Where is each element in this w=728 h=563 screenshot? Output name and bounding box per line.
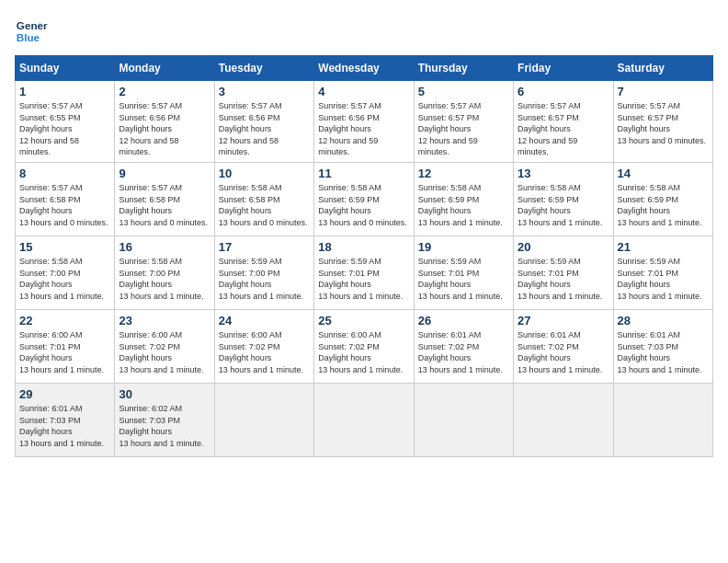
calendar-week-row: 8 Sunrise: 5:57 AMSunset: 6:58 PMDayligh… bbox=[16, 162, 713, 236]
day-detail: Sunrise: 6:00 AMSunset: 7:02 PMDaylight … bbox=[219, 330, 303, 374]
calendar-day-cell bbox=[414, 383, 513, 456]
calendar-day-cell: 4 Sunrise: 5:57 AMSunset: 6:56 PMDayligh… bbox=[314, 81, 414, 163]
calendar-day-cell: 24 Sunrise: 6:00 AMSunset: 7:02 PMDaylig… bbox=[214, 309, 313, 383]
calendar-day-cell: 9 Sunrise: 5:57 AMSunset: 6:58 PMDayligh… bbox=[115, 162, 214, 236]
calendar-table: SundayMondayTuesdayWednesdayThursdayFrid… bbox=[15, 55, 713, 457]
day-detail: Sunrise: 5:59 AMSunset: 7:01 PMDaylight … bbox=[318, 257, 403, 301]
day-detail: Sunrise: 5:58 AMSunset: 7:00 PMDaylight … bbox=[119, 257, 203, 301]
day-detail: Sunrise: 6:00 AMSunset: 7:02 PMDaylight … bbox=[119, 330, 203, 374]
svg-text:General: General bbox=[17, 19, 48, 31]
day-detail: Sunrise: 6:01 AMSunset: 7:03 PMDaylight … bbox=[618, 330, 702, 374]
day-detail: Sunrise: 5:59 AMSunset: 7:00 PMDaylight … bbox=[219, 257, 303, 301]
day-number: 6 bbox=[518, 85, 609, 98]
day-number: 11 bbox=[318, 167, 409, 180]
calendar-day-cell: 7 Sunrise: 5:57 AMSunset: 6:57 PMDayligh… bbox=[613, 81, 712, 163]
weekday-header: Sunday bbox=[16, 56, 115, 81]
svg-text:Blue: Blue bbox=[17, 31, 40, 43]
day-number: 19 bbox=[418, 240, 509, 254]
day-number: 16 bbox=[119, 240, 210, 254]
weekday-header: Friday bbox=[514, 56, 613, 81]
day-detail: Sunrise: 5:58 AMSunset: 6:59 PMDaylight … bbox=[318, 183, 407, 227]
day-detail: Sunrise: 5:59 AMSunset: 7:01 PMDaylight … bbox=[618, 257, 702, 301]
day-number: 15 bbox=[19, 240, 110, 254]
day-detail: Sunrise: 6:01 AMSunset: 7:03 PMDaylight … bbox=[19, 404, 104, 448]
calendar-day-cell: 1 Sunrise: 5:57 AMSunset: 6:55 PMDayligh… bbox=[16, 81, 115, 163]
day-detail: Sunrise: 6:00 AMSunset: 7:02 PMDaylight … bbox=[318, 330, 403, 374]
calendar-day-cell: 16 Sunrise: 5:58 AMSunset: 7:00 PMDaylig… bbox=[115, 236, 214, 309]
day-number: 2 bbox=[119, 85, 210, 98]
day-number: 18 bbox=[318, 240, 409, 254]
day-number: 8 bbox=[19, 167, 110, 180]
calendar-day-cell bbox=[214, 383, 313, 456]
day-number: 23 bbox=[119, 314, 210, 327]
calendar-week-row: 22 Sunrise: 6:00 AMSunset: 7:01 PMDaylig… bbox=[16, 309, 713, 383]
day-detail: Sunrise: 5:57 AMSunset: 6:58 PMDaylight … bbox=[19, 183, 108, 227]
calendar-day-cell: 13 Sunrise: 5:58 AMSunset: 6:59 PMDaylig… bbox=[514, 162, 613, 236]
day-number: 21 bbox=[618, 240, 709, 254]
calendar-day-cell: 12 Sunrise: 5:58 AMSunset: 6:59 PMDaylig… bbox=[414, 162, 513, 236]
day-number: 27 bbox=[518, 314, 609, 327]
day-number: 30 bbox=[119, 387, 210, 401]
calendar-day-cell: 2 Sunrise: 5:57 AMSunset: 6:56 PMDayligh… bbox=[115, 81, 214, 163]
calendar-day-cell: 22 Sunrise: 6:00 AMSunset: 7:01 PMDaylig… bbox=[16, 309, 115, 383]
day-detail: Sunrise: 5:58 AMSunset: 7:00 PMDaylight … bbox=[19, 257, 104, 301]
day-detail: Sunrise: 5:57 AMSunset: 6:57 PMDaylight … bbox=[618, 101, 707, 145]
day-detail: Sunrise: 5:58 AMSunset: 6:59 PMDaylight … bbox=[618, 183, 702, 227]
day-number: 10 bbox=[219, 167, 310, 180]
calendar-week-row: 15 Sunrise: 5:58 AMSunset: 7:00 PMDaylig… bbox=[16, 236, 713, 309]
calendar-day-cell: 3 Sunrise: 5:57 AMSunset: 6:56 PMDayligh… bbox=[214, 81, 313, 163]
day-detail: Sunrise: 5:57 AMSunset: 6:56 PMDaylight … bbox=[119, 101, 182, 156]
day-detail: Sunrise: 5:57 AMSunset: 6:55 PMDaylight … bbox=[19, 101, 83, 156]
calendar-day-cell: 30 Sunrise: 6:02 AMSunset: 7:03 PMDaylig… bbox=[115, 383, 214, 456]
calendar-day-cell: 15 Sunrise: 5:58 AMSunset: 7:00 PMDaylig… bbox=[16, 236, 115, 309]
weekday-header: Thursday bbox=[414, 56, 513, 81]
day-number: 28 bbox=[618, 314, 709, 327]
day-number: 1 bbox=[19, 85, 110, 98]
day-detail: Sunrise: 6:01 AMSunset: 7:02 PMDaylight … bbox=[518, 330, 602, 374]
day-detail: Sunrise: 5:58 AMSunset: 6:59 PMDaylight … bbox=[518, 183, 602, 227]
day-number: 5 bbox=[418, 85, 509, 98]
calendar-week-row: 1 Sunrise: 5:57 AMSunset: 6:55 PMDayligh… bbox=[16, 81, 713, 163]
day-detail: Sunrise: 6:02 AMSunset: 7:03 PMDaylight … bbox=[119, 404, 203, 448]
day-number: 22 bbox=[19, 314, 110, 327]
calendar-day-cell: 20 Sunrise: 5:59 AMSunset: 7:01 PMDaylig… bbox=[514, 236, 613, 309]
logo: General Blue bbox=[15, 15, 48, 48]
weekday-header: Saturday bbox=[613, 56, 712, 81]
day-number: 3 bbox=[219, 85, 310, 98]
calendar-day-cell: 21 Sunrise: 5:59 AMSunset: 7:01 PMDaylig… bbox=[613, 236, 712, 309]
calendar-day-cell: 10 Sunrise: 5:58 AMSunset: 6:58 PMDaylig… bbox=[214, 162, 313, 236]
calendar-day-cell bbox=[613, 383, 712, 456]
calendar-day-cell: 18 Sunrise: 5:59 AMSunset: 7:01 PMDaylig… bbox=[314, 236, 414, 309]
day-detail: Sunrise: 5:57 AMSunset: 6:56 PMDaylight … bbox=[219, 101, 282, 156]
calendar-day-cell: 25 Sunrise: 6:00 AMSunset: 7:02 PMDaylig… bbox=[314, 309, 414, 383]
day-number: 20 bbox=[518, 240, 609, 254]
day-number: 7 bbox=[618, 85, 709, 98]
calendar-day-cell: 26 Sunrise: 6:01 AMSunset: 7:02 PMDaylig… bbox=[414, 309, 513, 383]
calendar-day-cell: 19 Sunrise: 5:59 AMSunset: 7:01 PMDaylig… bbox=[414, 236, 513, 309]
day-number: 25 bbox=[318, 314, 409, 327]
weekday-row: SundayMondayTuesdayWednesdayThursdayFrid… bbox=[16, 56, 713, 81]
day-number: 4 bbox=[318, 85, 409, 98]
calendar-day-cell: 14 Sunrise: 5:58 AMSunset: 6:59 PMDaylig… bbox=[613, 162, 712, 236]
day-detail: Sunrise: 6:00 AMSunset: 7:01 PMDaylight … bbox=[19, 330, 104, 374]
calendar-day-cell: 23 Sunrise: 6:00 AMSunset: 7:02 PMDaylig… bbox=[115, 309, 214, 383]
calendar-day-cell: 28 Sunrise: 6:01 AMSunset: 7:03 PMDaylig… bbox=[613, 309, 712, 383]
day-detail: Sunrise: 5:57 AMSunset: 6:57 PMDaylight … bbox=[518, 101, 581, 156]
calendar-day-cell: 27 Sunrise: 6:01 AMSunset: 7:02 PMDaylig… bbox=[514, 309, 613, 383]
weekday-header: Tuesday bbox=[214, 56, 313, 81]
calendar-header: SundayMondayTuesdayWednesdayThursdayFrid… bbox=[16, 56, 713, 81]
day-detail: Sunrise: 5:57 AMSunset: 6:57 PMDaylight … bbox=[418, 101, 482, 156]
day-detail: Sunrise: 5:57 AMSunset: 6:58 PMDaylight … bbox=[119, 183, 208, 227]
day-number: 24 bbox=[219, 314, 310, 327]
day-detail: Sunrise: 5:57 AMSunset: 6:56 PMDaylight … bbox=[318, 101, 381, 156]
calendar-week-row: 29 Sunrise: 6:01 AMSunset: 7:03 PMDaylig… bbox=[16, 383, 713, 456]
calendar-day-cell: 11 Sunrise: 5:58 AMSunset: 6:59 PMDaylig… bbox=[314, 162, 414, 236]
day-detail: Sunrise: 5:59 AMSunset: 7:01 PMDaylight … bbox=[418, 257, 503, 301]
day-detail: Sunrise: 5:59 AMSunset: 7:01 PMDaylight … bbox=[518, 257, 602, 301]
weekday-header: Monday bbox=[115, 56, 214, 81]
page-header: General Blue bbox=[15, 15, 713, 48]
day-number: 17 bbox=[219, 240, 310, 254]
calendar-day-cell: 29 Sunrise: 6:01 AMSunset: 7:03 PMDaylig… bbox=[16, 383, 115, 456]
weekday-header: Wednesday bbox=[314, 56, 414, 81]
day-detail: Sunrise: 5:58 AMSunset: 6:58 PMDaylight … bbox=[219, 183, 308, 227]
